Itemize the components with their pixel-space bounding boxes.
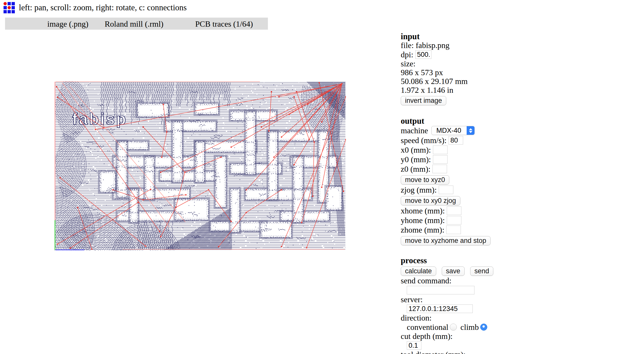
output-section-heading: output [401,116,509,125]
speed-label: speed (mm/s): [401,136,447,145]
y0-input[interactable] [433,155,448,164]
xhome-label: xhome (mm): [401,206,445,215]
save-button[interactable]: save [442,267,465,276]
tool-diameter-label: tool diameter (mm): [401,350,509,354]
x0-label: x0 (mm): [401,145,431,155]
conventional-label: conventional [407,322,448,332]
menu-output-format[interactable]: Roland mill (.rml) [105,18,164,30]
fab-modules-logo-icon [4,2,15,13]
mouse-help-text: left: pan, scroll: zoom, right: rotate, … [19,3,187,12]
xhome-input[interactable] [447,206,461,215]
invert-image-button[interactable]: invert image [401,96,446,105]
send-button[interactable]: send [470,267,494,276]
input-section-heading: input [401,32,509,41]
zhome-input[interactable] [446,226,461,234]
move-to-xyzhome-stop-button[interactable]: move to xyzhome and stop [401,236,491,245]
yhome-label: yhome (mm): [401,215,445,225]
process-section-heading: process [401,256,509,265]
toolpath-canvas[interactable]: fabisp [55,81,346,250]
z0-input[interactable] [432,165,447,173]
size-mm-text: 50.086 x 29.107 mm [401,77,509,86]
menu-process-type[interactable]: PCB traces (1/64) [195,18,253,30]
select-chevrons-icon [467,126,474,135]
zjog-input[interactable] [439,186,453,194]
machine-select[interactable]: MDX-40 [431,126,475,135]
file-name-text: file: fabisp.png [401,41,509,50]
size-label: size: [401,59,509,68]
machine-label: machine [401,126,428,135]
zhome-label: zhome (mm): [401,225,444,235]
module-menubar: image (.png) Roland mill (.rml) PCB trac… [5,18,268,30]
menu-input-format[interactable]: image (.png) [47,18,89,30]
zjog-label: zjog (mm): [401,185,437,195]
size-px-text: 986 x 573 px [401,68,509,77]
server-input[interactable] [407,304,473,313]
climb-radio[interactable] [480,324,487,331]
z0-label: z0 (mm): [401,164,430,174]
conventional-radio[interactable] [450,324,457,331]
climb-label: climb [460,322,479,332]
send-command-label: send command: [401,276,509,285]
dpi-input[interactable] [415,50,431,59]
move-to-xy0-zjog-button[interactable]: move to xy0 zjog [401,196,460,205]
server-label: server: [401,295,509,304]
yhome-input[interactable] [447,216,461,225]
cut-depth-label: cut depth (mm): [401,332,509,341]
x0-input[interactable] [433,146,448,154]
send-command-input[interactable] [407,286,474,294]
control-panel: input file: fabisp.png dpi: size: 986 x … [401,32,509,354]
dpi-label: dpi: [401,50,413,59]
size-in-text: 1.972 x 1.146 in [401,86,509,95]
calculate-button[interactable]: calculate [401,267,436,276]
app-header: left: pan, scroll: zoom, right: rotate, … [4,2,187,13]
machine-select-value: MDX-40 [432,126,467,135]
speed-input[interactable] [449,136,463,145]
y0-label: y0 (mm): [401,155,431,164]
cut-depth-input[interactable] [407,341,421,350]
move-to-xyz0-button[interactable]: move to xyz0 [401,175,449,185]
direction-label: direction: [401,314,509,322]
